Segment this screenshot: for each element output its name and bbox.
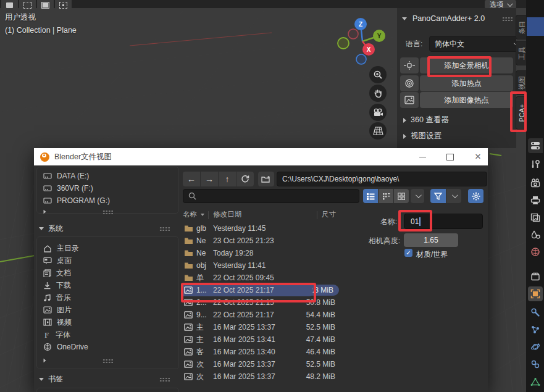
path-field[interactable]: C:\Users\CXJ\Desktop\gong\baoye\ <box>277 172 487 186</box>
tool-properties-tab[interactable] <box>528 157 543 172</box>
select-intersect-button[interactable] <box>55 0 72 10</box>
sidebar-item-onedrive[interactable]: OneDrive <box>37 341 178 353</box>
file-name-input[interactable]: 01 <box>404 214 483 229</box>
sidebar-item-music[interactable]: 音乐 <box>37 291 178 304</box>
sidebar-item-documents[interactable]: 文档 <box>37 267 178 279</box>
dialog-titlebar[interactable]: Blender文件视图 × <box>34 148 488 165</box>
expander-icon[interactable] <box>44 210 46 214</box>
view-settings-section-header[interactable]: 视图设置 <box>403 131 441 141</box>
tab-view[interactable]: 视图 <box>516 70 527 95</box>
collection-properties-tab[interactable] <box>528 269 543 284</box>
table-row[interactable]: 主 16 Mar 2025 13:37 52.5 MiB <box>180 321 340 333</box>
physics-properties-tab[interactable] <box>528 340 543 354</box>
select-set-button[interactable] <box>1 0 18 10</box>
sidebar-item-home[interactable]: 主目录 <box>37 242 178 254</box>
filter-dropdown[interactable] <box>446 189 461 203</box>
pano-camera-icon-button[interactable] <box>400 57 419 73</box>
camera-height-field[interactable]: 1.65 <box>404 233 458 247</box>
table-row-selected[interactable]: 1... 22 Oct 2025 21:17 52.3 MiB <box>180 284 340 296</box>
sidebar-item-fonts[interactable]: F 字体 <box>37 328 178 341</box>
display-mode-dropdown[interactable] <box>411 189 424 203</box>
section-grip[interactable] <box>103 210 113 214</box>
options-button[interactable]: 选项 <box>485 0 516 9</box>
sidebar-item-videos[interactable]: 视频 <box>37 316 178 328</box>
close-button[interactable]: × <box>466 148 488 165</box>
pan-button[interactable] <box>369 85 387 102</box>
column-size[interactable]: 尺寸 <box>322 210 336 219</box>
column-divider[interactable] <box>208 211 209 219</box>
tab-tool[interactable]: 工具 <box>516 41 527 65</box>
sidebar-item-pictures[interactable]: 图片 <box>37 304 178 316</box>
camera-view-button[interactable] <box>369 104 387 121</box>
column-divider[interactable] <box>317 211 317 219</box>
display-thumbnails-button[interactable] <box>394 189 409 203</box>
add-image-hotspot-button[interactable]: 添加图像热点 <box>420 92 513 108</box>
gizmo-neg-x-ball[interactable] <box>348 29 358 39</box>
bookmarks-section-header[interactable]: 书签 <box>39 374 172 385</box>
system-section-header[interactable]: 系统 <box>39 223 172 234</box>
output-properties-tab[interactable] <box>528 193 543 207</box>
language-dropdown[interactable]: 简体中文 <box>429 36 516 52</box>
table-row[interactable]: 单 22 Oct 2025 09:45 <box>180 272 340 284</box>
display-vertical-list-button[interactable] <box>363 189 378 203</box>
toggle-ortho-button[interactable] <box>369 122 387 140</box>
zoom-button[interactable] <box>369 66 387 83</box>
new-folder-button[interactable] <box>258 172 274 186</box>
object-properties-tab[interactable] <box>528 286 543 301</box>
table-row[interactable]: Ne Today 19:28 <box>180 247 340 259</box>
column-date[interactable]: 修改日期 <box>213 210 241 219</box>
data-properties-tab[interactable] <box>528 374 543 389</box>
sidebar-item-downloads[interactable]: 下载 <box>37 279 178 291</box>
sidebar-item-desktop[interactable]: 桌面 <box>37 254 178 267</box>
table-row[interactable]: Ne 23 Oct 2025 21:23 <box>180 235 340 247</box>
tab-pca[interactable]: PCA+ <box>516 96 527 130</box>
modifier-properties-tab[interactable] <box>528 305 543 320</box>
render-properties-tab[interactable] <box>528 175 543 190</box>
expander-icon[interactable] <box>44 359 46 362</box>
table-row[interactable]: 客 16 Mar 2025 13:40 46.4 MiB <box>180 346 340 358</box>
outliner-selected-row[interactable] <box>527 17 544 36</box>
forward-button[interactable]: → <box>201 172 218 186</box>
column-name[interactable]: 名称 <box>183 210 197 219</box>
volume-360vr-f[interactable]: 360VR (F:) <box>37 182 178 194</box>
viewer-section-header[interactable]: 360 查看器 <box>403 115 449 125</box>
gizmo-neg-y-ball[interactable] <box>338 38 349 49</box>
section-grip[interactable] <box>103 359 113 363</box>
panel-collapse-icon[interactable] <box>402 17 407 20</box>
world-properties-tab[interactable] <box>528 244 543 259</box>
table-row[interactable]: 主 16 Mar 2025 13:41 47.4 MiB <box>180 333 340 346</box>
select-extend-button[interactable] <box>19 0 36 10</box>
tab-item[interactable]: 条目 <box>516 15 527 40</box>
minimize-button[interactable] <box>411 148 434 165</box>
table-row[interactable]: 9... 22 Oct 2025 21:17 54.4 MiB <box>180 309 340 321</box>
hotspot-icon-button[interactable] <box>400 75 419 91</box>
filter-button[interactable] <box>430 189 446 203</box>
table-row[interactable]: glb Yesterday 11:45 <box>180 222 340 235</box>
editor-type-button[interactable] <box>528 138 543 153</box>
table-row[interactable]: 次 16 Mar 2025 13:37 48.2 MiB <box>180 370 340 383</box>
search-input[interactable] <box>183 189 359 203</box>
table-row[interactable]: obj Yesterday 11:41 <box>180 259 340 272</box>
material-world-checkbox[interactable]: ✓ <box>404 249 412 257</box>
table-row[interactable]: 2... 22 Oct 2025 21:15 50.8 MiB <box>180 296 340 309</box>
image-hotspot-icon-button[interactable] <box>400 92 419 108</box>
volume-program-g[interactable]: PROGRAM (G:) <box>37 194 178 207</box>
constraint-properties-tab[interactable] <box>528 357 543 372</box>
parent-dir-button[interactable]: ↑ <box>219 172 236 186</box>
scene-properties-tab[interactable] <box>528 227 543 242</box>
navigation-gizmo[interactable]: Z Y X <box>333 16 390 68</box>
display-horizontal-list-button[interactable] <box>379 189 393 203</box>
panel-grip[interactable] <box>502 17 513 21</box>
filter-settings-button[interactable] <box>468 189 483 203</box>
select-subtract-button[interactable] <box>37 0 54 10</box>
gizmo-neg-z-ball[interactable] <box>356 54 366 64</box>
view-layer-properties-tab[interactable] <box>528 210 543 225</box>
particle-properties-tab[interactable] <box>528 322 543 337</box>
maximize-button[interactable] <box>438 148 462 165</box>
add-hotspot-button[interactable]: 添加热点 <box>420 75 513 91</box>
back-button[interactable]: ← <box>183 172 200 186</box>
refresh-button[interactable] <box>236 172 254 186</box>
add-pano-camera-button[interactable]: 添加全景相机 <box>420 57 513 73</box>
table-row[interactable]: 次 16 Mar 2025 13:37 52.5 MiB <box>180 358 340 370</box>
volume-data-e[interactable]: DATA (E:) <box>37 170 178 182</box>
